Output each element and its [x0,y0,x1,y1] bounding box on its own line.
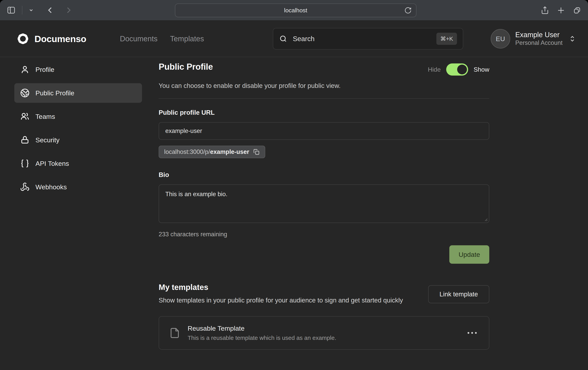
sidebar-item-label: API Tokens [35,160,69,167]
search-input[interactable]: Search ⌘+K [273,28,463,50]
sidebar-dropdown-button[interactable] [29,8,34,13]
public-profile-url-input[interactable] [159,122,489,140]
reload-button[interactable] [404,7,412,14]
divider [159,98,489,99]
avatar: EU [491,29,510,49]
url-preview-prefix: localhost:3000/p/ [164,148,210,155]
browser-toolbar: localhost [0,0,588,21]
braces-icon [20,159,30,168]
app-header: Documenso Documents Templates Search ⌘+K… [0,21,588,57]
address-bar-url: localhost [284,7,307,14]
documenso-logo-icon [16,31,30,46]
toolbar-separator [22,6,22,14]
my-templates-title: My templates [159,283,417,292]
copy-profile-url-button[interactable]: localhost:3000/p/example-user [159,146,265,158]
nav-templates[interactable]: Templates [170,35,204,43]
forward-button[interactable] [64,6,73,14]
copy-icon [253,149,260,155]
sidebar-toggle-button[interactable] [7,6,16,15]
back-button[interactable] [46,6,54,14]
section-description: You can choose to enable or disable your… [159,82,489,90]
search-icon [279,35,287,43]
template-row: Reusable Template This is a reusable tem… [159,316,489,350]
address-bar[interactable]: localhost [175,3,416,17]
template-description: This is a reusable template which is use… [188,335,466,341]
template-name: Reusable Template [188,325,466,332]
chevrons-up-down-icon [569,35,576,42]
toggle-show-label: Show [474,66,489,73]
profile-visibility-toggle[interactable] [446,63,468,76]
template-options-button[interactable] [466,330,479,336]
plus-icon [557,6,565,15]
sidebar-item-public-profile[interactable]: Public Profile [14,83,142,103]
url-preview-slug: example-user [210,148,249,155]
sidebar-item-label: Security [35,136,60,144]
reload-icon [404,7,412,14]
chevron-down-icon [29,8,34,13]
account-menu-button[interactable]: EU Example User Personal Account [491,21,576,57]
brand-logo[interactable]: Documenso [16,31,86,46]
share-icon [541,6,549,15]
tab-overview-button[interactable] [573,6,581,15]
characters-remaining: 233 characters remaining [159,231,489,238]
sidebar-item-api-tokens[interactable]: API Tokens [14,154,142,173]
bio-textarea[interactable]: This is an example bio. [159,185,489,223]
brand-name: Documenso [34,33,86,44]
toggle-hide-label: Hide [428,66,441,73]
settings-sidebar: Profile Public Profile Teams Security AP… [14,60,142,201]
bio-field-label: Bio [159,171,489,179]
resize-handle[interactable] [483,217,488,222]
sidebar-item-label: Public Profile [35,89,74,97]
top-nav: Documents Templates [120,21,204,57]
search-placeholder: Search [293,35,436,43]
sidebar-item-teams[interactable]: Teams [14,107,142,126]
sidebar-item-label: Webhooks [35,183,67,191]
sidebar-item-security[interactable]: Security [14,130,142,150]
lock-icon [20,135,30,145]
update-button[interactable]: Update [449,245,489,264]
public-profile-settings: Public Profile Hide Show You can choose … [159,57,489,350]
sidebar-item-webhooks[interactable]: Webhooks [14,177,142,197]
sidebar-item-label: Teams [35,113,55,120]
sidebar-item-profile[interactable]: Profile [14,60,142,79]
chevron-left-icon [46,6,54,14]
url-field-label: Public profile URL [159,109,489,116]
new-tab-button[interactable] [557,6,565,15]
users-icon [20,112,30,121]
link-template-button[interactable]: Link template [428,285,489,303]
my-templates-description: Show templates in your public profile fo… [159,295,417,305]
toggle-knob [457,65,467,74]
nav-documents[interactable]: Documents [120,35,158,43]
user-name: Example User [515,31,563,39]
tabs-icon [573,6,581,15]
chevron-right-icon [64,6,73,14]
account-type: Personal Account [515,39,563,47]
page-title: Public Profile [159,62,213,72]
globe-icon [20,88,30,98]
search-shortcut-badge: ⌘+K [436,33,457,45]
sidebar-item-label: Profile [35,66,54,73]
user-icon [20,65,30,74]
browser-window: localhost [0,0,588,370]
panel-left-icon [7,6,16,15]
share-button[interactable] [541,6,549,15]
webhook-icon [20,182,30,192]
file-icon [169,328,180,339]
